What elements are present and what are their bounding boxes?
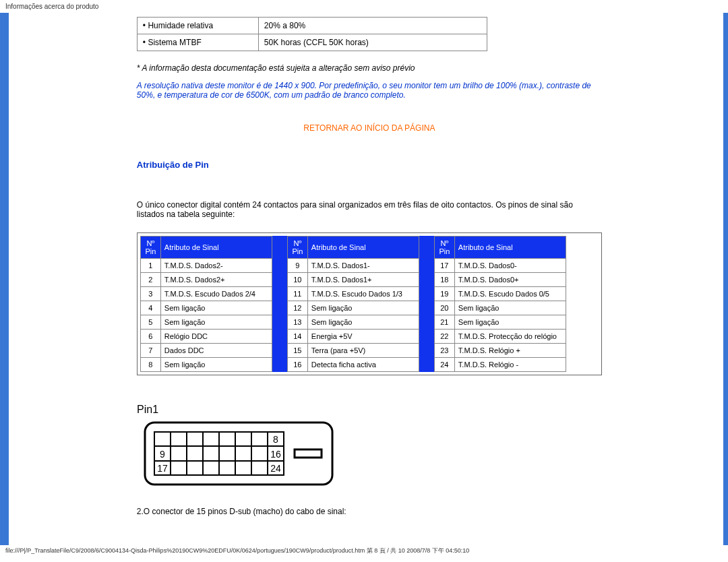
pin-attribute: Relógio DDC — [160, 330, 272, 344]
table-row: 2T.M.D.S. Dados2+ — [140, 273, 272, 287]
pin-number: 9 — [287, 259, 307, 273]
pin-number: 5 — [140, 315, 160, 330]
table-row: 12Sem ligação — [287, 301, 419, 315]
table-spacer — [419, 236, 434, 372]
pin-number: 10 — [287, 273, 307, 287]
pin-number: 19 — [434, 287, 454, 301]
pin-attribute: Sem ligação — [307, 315, 419, 330]
table-row: 14Energia +5V — [287, 330, 419, 344]
pin-number: 4 — [140, 301, 160, 315]
label-pin1: Pin1 — [137, 404, 158, 415]
pin-attribute: Sem ligação — [454, 315, 566, 330]
pin-header-no: Nº Pin — [287, 237, 307, 259]
pin-subtable: Nº PinAtributo de Sinal17T.M.D.S. Dados0… — [434, 236, 566, 372]
pin-attribute: Sem ligação — [160, 315, 272, 330]
env-table: • Humidade relativa20% a 80%• Sistema MT… — [137, 17, 487, 51]
pin-number: 6 — [140, 330, 160, 344]
pin-number: 8 — [140, 358, 160, 372]
pin-attribute: Dados DDC — [160, 344, 272, 358]
table-row: 19T.M.D.S. Escudo Dados 0/5 — [434, 287, 566, 301]
pin-attribute: T.M.D.S. Dados2- — [160, 259, 272, 273]
pin-attribute: T.M.D.S. Dados0- — [454, 259, 566, 273]
pin-attribute: T.M.D.S. Dados0+ — [454, 273, 566, 287]
pin-number: 21 — [434, 315, 454, 330]
pin-header-no: Nº Pin — [140, 237, 160, 259]
table-row: 11T.M.D.S. Escudo Dados 1/3 — [287, 287, 419, 301]
pin-number: 23 — [434, 344, 454, 358]
label-pin9: 9 — [160, 449, 165, 460]
env-value: 20% a 80% — [258, 18, 487, 34]
pin-attribute: Sem ligação — [160, 301, 272, 315]
pin-header-attr: Atributo de Sinal — [307, 237, 419, 259]
footer-connector-note: 2.O conector de 15 pinos D-sub (macho) d… — [137, 507, 602, 516]
page-header: Informações acerca do produto — [0, 0, 728, 13]
table-row: 8Sem ligação — [140, 358, 272, 372]
left-margin-bar — [0, 13, 9, 545]
note-resolution: A resolução nativa deste monitor é de 14… — [137, 81, 602, 100]
pin-subtable: Nº PinAtributo de Sinal1T.M.D.S. Dados2-… — [140, 236, 272, 372]
table-row: 21Sem ligação — [434, 315, 566, 330]
svg-rect-11 — [295, 449, 322, 458]
pin-number: 20 — [434, 301, 454, 315]
dvi-connector-diagram: Pin1 — [137, 402, 602, 493]
table-row: 24T.M.D.S. Relógio - — [434, 358, 566, 372]
pin-header-attr: Atributo de Sinal — [160, 237, 272, 259]
pin-number: 22 — [434, 330, 454, 344]
table-row: 10T.M.D.S. Dados1+ — [287, 273, 419, 287]
pin-attribute: T.M.D.S. Protecção do relógio — [454, 330, 566, 344]
pin-attribute: T.M.D.S. Relógio + — [454, 344, 566, 358]
pin-table-container: Nº PinAtributo de Sinal1T.M.D.S. Dados2-… — [137, 232, 602, 375]
section-title-pin: Atribuição de Pin — [137, 160, 602, 170]
right-margin-bar — [723, 13, 728, 545]
table-row: 5Sem ligação — [140, 315, 272, 330]
table-row: 1T.M.D.S. Dados2- — [140, 259, 272, 273]
table-row: • Humidade relativa20% a 80% — [137, 18, 487, 34]
env-value: 50K horas (CCFL 50K horas) — [258, 34, 487, 51]
pin-attribute: T.M.D.S. Dados2+ — [160, 273, 272, 287]
pin-attribute: T.M.D.S. Escudo Dados 1/3 — [307, 287, 419, 301]
pin-number: 11 — [287, 287, 307, 301]
pin-attribute: T.M.D.S. Escudo Dados 2/4 — [160, 287, 272, 301]
pin-number: 18 — [434, 273, 454, 287]
pin-attribute: T.M.D.S. Dados1+ — [307, 273, 419, 287]
pin-number: 12 — [287, 301, 307, 315]
pin-number: 3 — [140, 287, 160, 301]
pin-attribute: Sem ligação — [307, 301, 419, 315]
pin-number: 16 — [287, 358, 307, 372]
pin-header-attr: Atributo de Sinal — [454, 237, 566, 259]
table-row: 9T.M.D.S. Dados1- — [287, 259, 419, 273]
pin-attribute: Sem ligação — [454, 301, 566, 315]
footer-file-path: file:///P|/P_TranslateFile/C9/2008/6/C90… — [0, 545, 728, 557]
table-row: 4Sem ligação — [140, 301, 272, 315]
pin-attribute: Terra (para +5V) — [307, 344, 419, 358]
pin-number: 13 — [287, 315, 307, 330]
pin-attribute: T.M.D.S. Relógio - — [454, 358, 566, 372]
pin-header-no: Nº Pin — [434, 237, 454, 259]
table-row: 3T.M.D.S. Escudo Dados 2/4 — [140, 287, 272, 301]
pin-number: 7 — [140, 344, 160, 358]
table-row: 18T.M.D.S. Dados0+ — [434, 273, 566, 287]
pin-number: 17 — [434, 259, 454, 273]
return-top-link[interactable]: RETORNAR AO INÍCIO DA PÁGINA — [137, 123, 602, 133]
pin-attribute: Energia +5V — [307, 330, 419, 344]
pin-number: 2 — [140, 273, 160, 287]
table-row: 22T.M.D.S. Protecção do relógio — [434, 330, 566, 344]
pin-number: 14 — [287, 330, 307, 344]
table-row: 23T.M.D.S. Relógio + — [434, 344, 566, 358]
pin-attribute: T.M.D.S. Dados1- — [307, 259, 419, 273]
pin-number: 15 — [287, 344, 307, 358]
label-pin24: 24 — [270, 463, 281, 474]
label-pin17: 17 — [157, 463, 168, 474]
table-row: 13Sem ligação — [287, 315, 419, 330]
table-row: 17T.M.D.S. Dados0- — [434, 259, 566, 273]
pin-attribute: Detecta ficha activa — [307, 358, 419, 372]
label-pin8: 8 — [273, 434, 278, 445]
main-content: • Humidade relativa20% a 80%• Sistema MT… — [9, 13, 723, 545]
note-asterisk: * A informação desta documentação está s… — [137, 63, 602, 73]
label-pin16: 16 — [270, 449, 281, 460]
table-row: 20Sem ligação — [434, 301, 566, 315]
table-row: 7Dados DDC — [140, 344, 272, 358]
pin-number: 1 — [140, 259, 160, 273]
pin-attribute: Sem ligação — [160, 358, 272, 372]
pin-number: 24 — [434, 358, 454, 372]
